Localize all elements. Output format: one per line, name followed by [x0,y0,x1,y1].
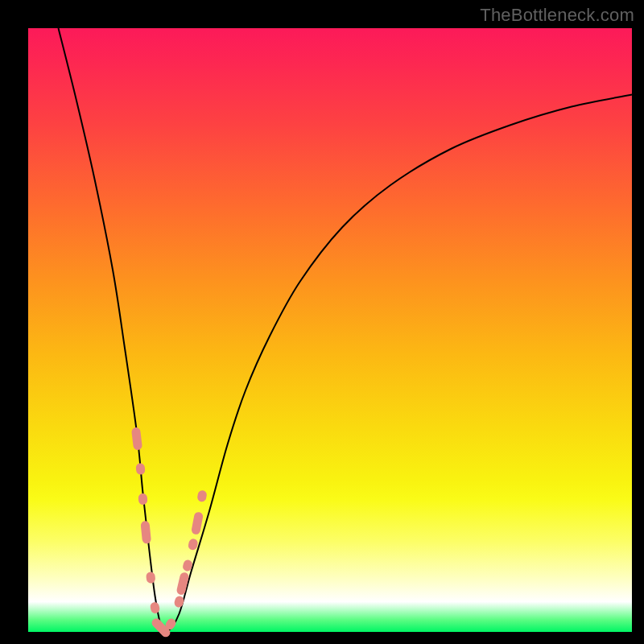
marker-capsule [140,521,151,544]
marker-capsule [146,572,156,584]
marker-capsule [138,493,147,506]
watermark-text: TheBottleneck.com [480,5,634,26]
curve-svg [28,28,632,632]
marker-capsule [131,427,142,450]
marker-capsule [196,489,207,502]
marker-capsule [188,538,199,551]
marker-capsule [150,601,161,614]
marker-capsule [173,595,185,609]
plot-area [28,28,632,632]
marker-group [131,427,208,638]
marker-capsule [135,463,145,475]
marker-capsule [191,511,204,535]
chart-frame: TheBottleneck.com [0,0,644,644]
